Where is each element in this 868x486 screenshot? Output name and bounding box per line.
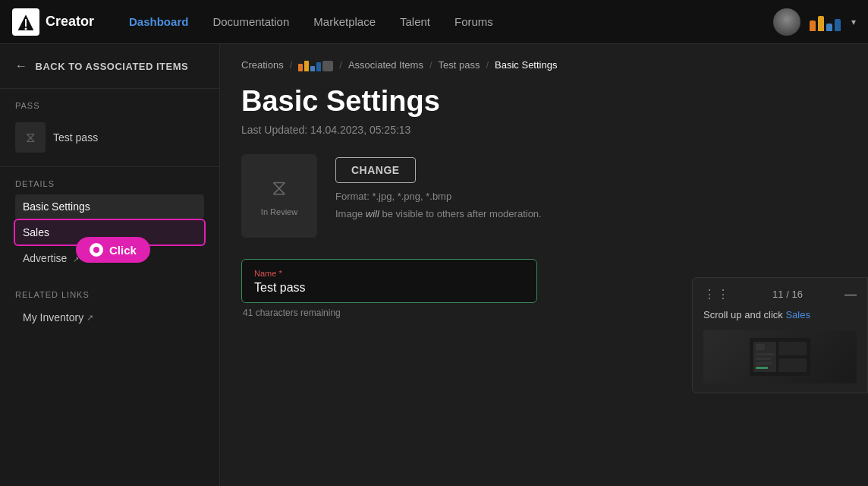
name-label-text: Name: [254, 269, 276, 278]
bc-square: [322, 61, 333, 71]
name-field[interactable]: Name * Test pass: [241, 259, 537, 303]
my-inventory-label: My Inventory: [23, 311, 83, 323]
sidebar-item-sales[interactable]: Sales: [15, 220, 204, 245]
bc-bar-3: [310, 66, 315, 71]
last-updated: Last Updated: 14.04.2023, 05:25:13: [241, 124, 847, 136]
back-to-associated-items-link[interactable]: ← BACK TO ASSOCIATED ITEMS: [0, 44, 219, 89]
bar-2: [818, 16, 824, 31]
last-updated-label: Last Updated:: [241, 124, 307, 136]
hourglass-icon: ⧖: [26, 130, 36, 146]
guide-minimize-button[interactable]: —: [844, 288, 857, 301]
svg-rect-9: [756, 358, 771, 360]
nav-links: Dashboard Documentation Marketplace Tale…: [118, 11, 773, 33]
image-section: ⧖ In Review CHANGE Format: *.jpg, *.png,…: [241, 154, 847, 238]
svg-rect-8: [756, 353, 774, 355]
bc-bar-1: [298, 64, 303, 71]
details-label: DETAILS: [15, 179, 204, 188]
guide-panel-header: ⋮⋮ 11 / 16 —: [703, 287, 857, 301]
logo[interactable]: Creator: [12, 8, 94, 36]
avatar[interactable]: [773, 8, 800, 36]
avatar-image: [773, 8, 800, 36]
stats-bars[interactable]: [810, 13, 841, 31]
back-link-label: BACK TO ASSOCIATED ITEMS: [36, 61, 189, 72]
name-label: Name *: [254, 269, 524, 278]
required-asterisk: *: [278, 269, 281, 278]
svg-rect-10: [756, 362, 772, 364]
svg-rect-7: [756, 344, 765, 350]
bc-bar-2: [304, 61, 309, 71]
chevron-down-icon[interactable]: ▾: [851, 17, 856, 27]
breadcrumb-sep-3: /: [429, 59, 432, 71]
bar-3: [826, 24, 832, 31]
back-arrow-icon: ←: [15, 59, 28, 73]
my-inventory-link[interactable]: My Inventory ↗: [15, 305, 204, 330]
moderation-text: Image will be visible to others after mo…: [335, 208, 542, 219]
advertise-label: Advertise: [23, 252, 67, 264]
logo-icon: [12, 8, 39, 36]
guide-drag-handle[interactable]: ⋮⋮: [703, 287, 731, 301]
image-placeholder: ⧖ In Review: [241, 154, 317, 238]
nav-link-documentation[interactable]: Documentation: [202, 11, 300, 33]
change-button[interactable]: CHANGE: [335, 157, 416, 183]
moderation-text-image: Image: [335, 208, 366, 219]
bar-1: [810, 21, 816, 31]
pass-thumbnail: ⧖: [15, 122, 46, 153]
external-icon: ↗: [86, 313, 93, 323]
in-review-label: In Review: [261, 207, 297, 216]
creation-icon: [298, 58, 333, 71]
breadcrumb: Creations / / Associated Items / Test pa…: [220, 44, 868, 79]
format-text: Format: *.jpg, *.png, *.bmp: [335, 191, 542, 202]
page-header: Basic Settings Last Updated: 14.04.2023,…: [220, 79, 868, 148]
top-navigation: Creator Dashboard Documentation Marketpl…: [0, 0, 868, 44]
page-title: Basic Settings: [241, 85, 847, 118]
nav-link-dashboard[interactable]: Dashboard: [118, 11, 199, 33]
name-value[interactable]: Test pass: [254, 281, 524, 295]
pass-section: PASS ⧖ Test pass: [0, 89, 219, 167]
details-section: DETAILS Basic Settings Sales Advertise ↗: [0, 167, 219, 278]
svg-rect-11: [756, 367, 768, 369]
breadcrumb-associated-items[interactable]: Associated Items: [348, 59, 423, 71]
main-layout: ← BACK TO ASSOCIATED ITEMS PASS ⧖ Test p…: [0, 44, 868, 486]
last-updated-value: 14.04.2023, 05:25:13: [310, 124, 410, 136]
moderation-text-rest: be visible to others after moderation.: [379, 208, 542, 219]
svg-rect-6: [778, 358, 807, 372]
bar-4: [835, 19, 841, 31]
topnav-right: ▾: [773, 8, 856, 36]
moderation-text-will: will: [366, 208, 379, 219]
guide-highlight-text: Sales: [785, 309, 810, 320]
related-links-label: RELATED LINKS: [15, 290, 204, 299]
breadcrumb-sep-2: /: [339, 59, 342, 71]
pass-item[interactable]: ⧖ Test pass: [15, 118, 204, 157]
guide-counter: 11 / 16: [772, 289, 803, 300]
breadcrumb-current: Basic Settings: [495, 59, 557, 71]
svg-rect-5: [778, 342, 807, 355]
sidebar-item-basic-settings[interactable]: Basic Settings: [15, 194, 204, 219]
svg-point-2: [25, 27, 27, 30]
pass-name: Test pass: [53, 131, 98, 144]
sidebar: ← BACK TO ASSOCIATED ITEMS PASS ⧖ Test p…: [0, 44, 220, 486]
logo-text: Creator: [46, 14, 94, 30]
sidebar-item-advertise[interactable]: Advertise ↗: [15, 246, 204, 270]
pass-section-label: PASS: [15, 101, 204, 110]
breadcrumb-sep-1: /: [290, 59, 293, 71]
bc-bar-4: [316, 62, 321, 71]
related-links-section: RELATED LINKS My Inventory ↗: [0, 278, 219, 336]
image-info: CHANGE Format: *.jpg, *.png, *.bmp Image…: [335, 154, 542, 219]
breadcrumb-test-pass[interactable]: Test pass: [439, 59, 480, 71]
guide-preview: [703, 330, 857, 383]
guide-instruction-text: Scroll up and click: [703, 309, 783, 320]
nav-link-talent[interactable]: Talent: [389, 11, 441, 33]
breadcrumb-creations[interactable]: Creations: [241, 59, 284, 71]
status-hourglass-icon: ⧖: [272, 176, 287, 201]
guide-instruction: Scroll up and click Sales: [703, 308, 857, 323]
nav-link-marketplace[interactable]: Marketplace: [303, 11, 386, 33]
guide-preview-image: [703, 330, 857, 383]
nav-link-forums[interactable]: Forums: [444, 11, 504, 33]
guide-panel: ⋮⋮ 11 / 16 — Scroll up and click Sales: [692, 277, 868, 393]
content-area: Creations / / Associated Items / Test pa…: [220, 44, 868, 486]
external-link-icon: ↗: [73, 255, 79, 264]
breadcrumb-sep-4: /: [486, 59, 489, 71]
